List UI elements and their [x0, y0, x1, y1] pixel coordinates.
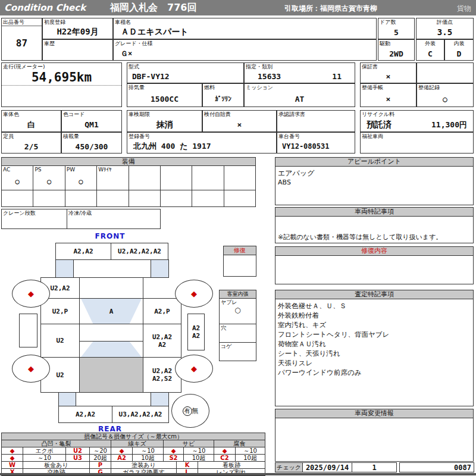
equipment-ac-value: ○ — [2, 173, 33, 190]
history-value — [43, 47, 112, 60]
repair-details-panel: 修復内容 — [275, 246, 474, 284]
maintenance-record-value: ○ — [417, 91, 473, 107]
assessment-notes-body: 外装色褪せＡ、Ｕ、Ｓ 外装鉄粉付着 室内汚れ、キズ フロントシートヘタリ、背面ヤ… — [275, 299, 473, 379]
freezer-cell: 冷凍/冷蔵 — [67, 209, 160, 228]
maintenance-book-cell: 整備手帳 × — [360, 83, 416, 107]
equipment-pw-value: ○ — [65, 173, 96, 190]
legend-group-scratch: 線キズ — [111, 440, 164, 447]
right-sill-code-1: A2 — [192, 324, 200, 332]
maintenance-book-value: × — [361, 91, 416, 107]
mileage-value: 54,695km — [2, 70, 121, 84]
panel-right-quarter: U2,A2 A2 — [143, 324, 181, 358]
color-code-label: 色コード — [62, 111, 121, 118]
legend-cell: ～10 — [184, 447, 214, 455]
exterior-grade-cell: 外装 C — [416, 39, 444, 61]
appeal-points-title: アピールポイント — [275, 158, 473, 167]
cabin-lining-row-tear: ヤブレ ○ — [220, 299, 256, 324]
fuel-value: ｶﾞｿﾘﾝ — [203, 91, 243, 107]
load-capacity-cell: 積載量 450/300 — [61, 132, 122, 154]
inspection-label: 車検期限 — [127, 111, 202, 118]
cabin-tear-label: ヤブレ — [220, 299, 256, 306]
fuel-cell: 燃料 ｶﾞｿﾘﾝ — [202, 83, 244, 107]
equipment-wtire-label: Wﾀｲﾔ — [97, 166, 128, 173]
body-color-cell: 車体色 白 — [1, 110, 61, 132]
warranty-label: 保証書 — [361, 63, 416, 70]
spare-tire-indicator: 有 無 — [171, 394, 209, 428]
warranty-extra-cell — [416, 62, 474, 83]
legend-diamond: ◆ — [111, 447, 133, 455]
cabin-lining-row-hole: 穴 — [220, 324, 256, 343]
equipment-empty-cell — [192, 166, 224, 190]
displacement-label: 排気量 — [127, 84, 202, 91]
legend-cell: 10超 — [184, 455, 214, 462]
designation-values: 15633 11 — [245, 70, 355, 83]
code-meaning: 塗装あり — [111, 462, 177, 469]
insurance-value: × — [203, 118, 276, 131]
panel-right-door: A2,P — [143, 298, 181, 324]
vehicle-notes-panel: 車両特記事項 ※記載のない書類・機器等は無しとして取り扱います。 — [275, 207, 474, 243]
front-pillar-right — [151, 259, 169, 278]
doors-cell: ドア数 5 — [378, 18, 415, 39]
wheel-damage-diamond: ◆ — [28, 289, 34, 298]
cabin-tear-value: ○ — [220, 306, 256, 314]
model-code-cell: 型式 DBF-VY12 — [127, 62, 244, 83]
interior-grade-label: 内装 — [445, 40, 473, 47]
score-cell: 評価点 3.5 — [416, 18, 474, 39]
registration-number-label: 登録番号 — [127, 133, 276, 140]
fuel-label: 燃料 — [203, 84, 243, 91]
cowl-area — [73, 259, 151, 278]
cabin-lining-title: 客室内張 — [220, 290, 256, 299]
damage-legend-table: 損傷記号＆損傷サイズ（～最大cm） 凸凹・亀裂 線キズ サビ 腐食 ◆ エクボ … — [1, 433, 265, 462]
equipment-pw-label: PW — [65, 166, 96, 173]
legend-diamond: ◆ — [2, 455, 23, 462]
welfare-vehicle-label: 福祉車両 — [361, 133, 473, 140]
equipment-wtire-value — [97, 173, 128, 190]
equipment-ps-value: ○ — [33, 173, 64, 190]
first-registration-cell: 初度登録 H22年09月 — [42, 18, 113, 39]
mileage-label: 走行(現メーター) — [2, 63, 121, 70]
left-step-area — [19, 314, 37, 347]
pickup-location: 引取場所：福岡県古賀市青柳 — [284, 4, 377, 14]
cabin-lining-row-burn: コゲ — [220, 343, 256, 361]
rear-deck-area — [76, 392, 151, 406]
recycle-fee-cell: リサイクル料 預託済 11,300円 — [360, 110, 474, 132]
model-name-value: ＡＤエキスパート — [114, 26, 376, 39]
front-label: FRONT — [77, 232, 143, 240]
score-label: 評価点 — [416, 18, 473, 26]
interior-grade-value: D — [445, 47, 473, 60]
assessment-line: 荷物室ＡＵ汚れ — [278, 339, 471, 349]
mileage-cell: 走行(現メーター) 54,695km — [1, 62, 122, 107]
equipment-empty-cell — [224, 190, 255, 207]
equipment-title: 装備 — [2, 158, 255, 166]
legend-code: A2 — [111, 455, 133, 462]
transmission-label: ミッション — [245, 84, 355, 91]
appeal-line: ABS — [278, 178, 471, 187]
equipment-empty-cell — [192, 190, 224, 207]
legend-group-rust: サビ — [164, 440, 214, 447]
equipment-row-2 — [2, 190, 255, 207]
wheel-rear-right: ◆ — [175, 355, 213, 383]
designation-cell: 指定・類別 15633 11 — [244, 62, 355, 83]
approval-request-value — [277, 118, 355, 131]
history-cell: 車歴 — [42, 39, 113, 61]
history-label: 車歴 — [43, 40, 112, 47]
load-capacity-value: 450/300 — [62, 140, 121, 153]
assessment-line: フロントシートヘタリ、背面ヤブレ — [278, 330, 471, 339]
drive-label: 駆動 — [378, 40, 414, 47]
panel-front-bumper-left: A2,A2 — [55, 243, 111, 260]
freezer-label: 冷凍/冷蔵 — [67, 209, 160, 217]
equipment-empty-cell — [129, 166, 161, 190]
recycle-status: 預託済 — [367, 120, 392, 130]
assessment-line: シート、天張り汚れ — [278, 349, 471, 358]
first-registration-label: 初度登録 — [43, 18, 112, 26]
legend-cell: 10超 — [133, 455, 164, 462]
insurance-cell: 検付自賠責 × — [202, 110, 277, 132]
recycle-amount: 11,300円 — [431, 120, 467, 130]
brand-logo: Condition Check — [4, 2, 86, 13]
equipment-panel: 装備 AC ○ PS ○ PW ○ Wﾀｲﾔ — [1, 157, 256, 207]
panel-rear-bumper-left: A2,A2 — [58, 406, 112, 423]
rear-window-area — [79, 341, 143, 358]
code-letter: K — [177, 462, 198, 469]
equipment-empty-cell — [97, 190, 129, 207]
appeal-points-body: エアバッグ ABS — [275, 167, 473, 189]
